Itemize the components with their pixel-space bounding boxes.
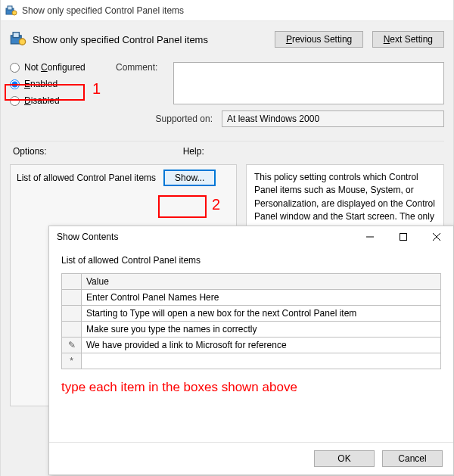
subheader: Show only specified Control Panel items …	[1, 21, 453, 58]
grid-cell[interactable]: Enter Control Panel Names Here	[82, 290, 441, 306]
policy-icon	[5, 5, 17, 17]
grid-rowhdr-header	[62, 274, 82, 290]
show-button[interactable]: Show...	[163, 170, 216, 186]
grid-cell[interactable]: Starting to Type will open a new box for…	[82, 306, 441, 322]
dialog-buttons: OK Cancel	[314, 450, 443, 467]
svg-rect-1	[8, 6, 12, 10]
grid-row-marker	[62, 306, 82, 322]
dialog-body: List of allowed Control Panel items Valu…	[49, 247, 453, 474]
grid-row-marker: ✎	[62, 338, 82, 353]
radio-not-configured[interactable]: Not Configured	[10, 62, 107, 73]
options-label: Options:	[13, 146, 47, 157]
show-contents-dialog: Show Contents List of allowed Control Pa…	[48, 226, 454, 475]
dialog-cancel-button[interactable]: Cancel	[382, 450, 443, 467]
minimize-button[interactable]	[353, 226, 387, 247]
dialog-title: Show Contents	[57, 232, 118, 242]
radio-stack: Not Configured Enabled Disabled	[10, 62, 107, 106]
radio-not-configured-input[interactable]	[10, 63, 20, 73]
grid-row-marker: *	[62, 353, 82, 369]
policy-icon	[10, 30, 26, 49]
svg-rect-4	[13, 32, 19, 37]
dialog-ok-button[interactable]: OK	[314, 450, 375, 467]
radio-disabled[interactable]: Disabled	[10, 95, 107, 106]
maximize-button[interactable]	[387, 226, 420, 247]
grid-row-marker	[62, 322, 82, 338]
grid-cell[interactable]: Make sure you type the names in correctl…	[82, 322, 441, 338]
grid-row[interactable]: *	[62, 353, 441, 369]
opts-help-header: Options: Help:	[10, 146, 444, 157]
supported-on-value	[222, 110, 444, 127]
next-setting-label: ext Setting	[390, 34, 433, 45]
grid-header-row: Value	[62, 274, 441, 290]
supported-row: Supported on:	[116, 110, 444, 127]
comment-col: Comment: Supported on:	[116, 62, 444, 127]
previous-setting-button[interactable]: Previous Setting	[275, 31, 363, 48]
grid-cell[interactable]: We have provided a link to Microsoft for…	[82, 338, 441, 353]
subheader-left: Show only specified Control Panel items	[10, 30, 208, 49]
window-title: Show only specified Control Panel items	[22, 5, 184, 16]
divider	[10, 141, 444, 142]
svg-point-5	[19, 39, 25, 45]
close-button[interactable]	[420, 226, 453, 247]
radio-enabled[interactable]: Enabled	[10, 79, 107, 89]
dialog-divider	[49, 442, 453, 443]
dialog-titlebar: Show Contents	[49, 226, 453, 247]
svg-rect-7	[400, 234, 407, 241]
titlebar: Show only specified Control Panel items	[1, 0, 453, 21]
supported-on-label: Supported on:	[116, 114, 213, 124]
grid-row[interactable]: Make sure you type the names in correctl…	[62, 322, 441, 338]
svg-point-2	[12, 11, 17, 15]
previous-setting-label: revious Setting	[292, 34, 352, 45]
grid-row[interactable]: Enter Control Panel Names Here	[62, 290, 441, 306]
next-setting-button[interactable]: Next Setting	[372, 31, 444, 48]
comment-label: Comment:	[116, 62, 164, 104]
grid-row-marker	[62, 290, 82, 306]
comment-area: Comment:	[116, 62, 444, 104]
radio-enabled-input[interactable]	[10, 79, 20, 89]
options-row: List of allowed Control Panel items Show…	[17, 170, 230, 186]
allowed-list-label: List of allowed Control Panel items	[17, 173, 156, 183]
grid-cell[interactable]	[82, 353, 441, 369]
value-grid[interactable]: Value Enter Control Panel Names Here Sta…	[61, 273, 441, 369]
subheader-title: Show only specified Control Panel items	[33, 34, 208, 45]
radio-disabled-input[interactable]	[10, 96, 20, 106]
dialog-subtitle: List of allowed Control Panel items	[61, 255, 441, 266]
help-label: Help:	[183, 146, 204, 157]
nav-buttons: Previous Setting Next Setting	[275, 31, 444, 48]
grid-row[interactable]: ✎ We have provided a link to Microsoft f…	[62, 338, 441, 353]
grid-row[interactable]: Starting to Type will open a new box for…	[62, 306, 441, 322]
row-config: Not Configured Enabled Disabled Comment:	[10, 62, 444, 127]
comment-input[interactable]	[173, 62, 444, 104]
grid-value-header: Value	[82, 274, 441, 290]
annotation-overlay-hint: type each item in the boxes shown above	[61, 380, 441, 395]
